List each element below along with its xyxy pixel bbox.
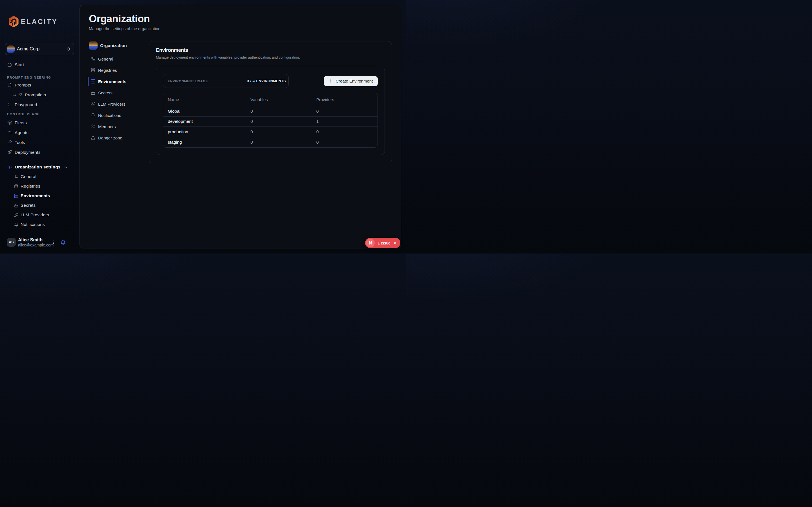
sidebar-item-start[interactable]: Start [0,60,80,69]
table-row[interactable]: development 0 1 [163,117,377,127]
sidebar-item-label: Promptlets [25,93,46,98]
subnav-org-header: Organization [89,41,149,50]
sidebar-nav: Start PROMPT ENGINEERING Prompts Promptl… [0,60,80,229]
sidebar-item-fleets[interactable]: Fleets [0,118,80,128]
org-avatar [89,41,98,50]
lock-icon [14,203,18,208]
active-indicator [88,77,89,86]
cell-variables: 0 [246,119,312,124]
sidebar-item-prompts[interactable]: Prompts [0,80,80,90]
environments-table: Name Variables Providers Global 0 0 deve… [163,93,378,148]
user-name: Alice Smith [18,237,52,242]
subnav-item-label: Danger zone [98,135,122,140]
usage-value: 3 / ∞ ENVIRONMENTS [247,79,286,83]
column-header-name: Name [163,97,246,102]
org-switcher[interactable]: Acme Corp [5,43,74,55]
sidebar: ELACITY Acme Corp Start PROMPT ENGINEERI… [0,0,80,253]
sidebar-item-deployments[interactable]: Deployments [0,147,80,157]
rocket-icon [7,150,12,155]
subnav-item-secrets[interactable]: Secrets [89,87,149,98]
table-header-row: Name Variables Providers [163,93,377,106]
subnav-item-label: Secrets [98,91,112,95]
users-icon [91,124,95,129]
sidebar-item-label: Prompts [15,82,31,88]
bell-icon [91,113,95,118]
sidebar-item-label: Deployments [15,150,41,155]
sidebar-item-settings-environments[interactable]: Environments [0,191,80,201]
puzzle-icon [18,93,22,97]
issues-toast[interactable]: N 1 Issue [365,238,400,248]
sidebar-item-settings-general[interactable]: General [0,172,80,181]
settings-content: Organization General Registries Env [89,41,392,163]
sliders-icon [91,56,95,61]
sidebar-item-organization-settings[interactable]: Organization settings [0,162,80,172]
layers-icon [7,120,12,125]
sidebar-item-settings-registries[interactable]: Registries [0,181,80,191]
sidebar-item-settings-secrets[interactable]: Secrets [0,201,80,210]
subnav-item-danger-zone[interactable]: Danger zone [89,132,149,144]
nav-spacer [0,157,80,162]
usage-toolbar: ENVIRONMENT USAGE 3 / ∞ ENVIRONMENTS Cre… [163,74,378,88]
cell-name: Global [163,109,246,114]
chevrons-up-down-icon [66,47,71,51]
sidebar-item-settings-llm-providers[interactable]: LLM Providers [0,210,80,220]
notifications-bell-icon[interactable] [60,240,66,245]
database-icon [14,184,18,189]
subnav-item-notifications[interactable]: Notifications [89,110,149,121]
triangle-alert-icon [91,135,95,140]
sidebar-section-control-plane: CONTROL PLANE [0,112,80,117]
org-avatar [7,45,15,53]
cell-providers: 0 [312,129,377,134]
settings-subnav: Organization General Registries Env [89,41,149,163]
brand-name: ELACITY [21,18,58,25]
sidebar-item-label: Organization settings [15,165,61,170]
subnav-item-registries[interactable]: Registries [89,64,149,76]
panel-title: Environments [156,47,385,53]
subnav-item-general[interactable]: General [89,53,149,64]
usage-label: ENVIRONMENT USAGE [168,79,208,83]
user-card[interactable]: AS Alice Smith alice@example.com [0,238,80,247]
sidebar-item-label: Agents [15,130,29,135]
table-row[interactable]: staging 0 0 [163,137,377,148]
subnav-item-members[interactable]: Members [89,121,149,132]
file-text-icon [7,82,12,88]
cell-name: production [163,129,246,134]
subnav-item-label: LLM Providers [98,102,125,107]
sidebar-item-label: Start [15,62,24,67]
cell-providers: 0 [312,140,377,145]
subnav-item-label: Notifications [98,113,121,118]
environment-usage-box: ENVIRONMENT USAGE 3 / ∞ ENVIRONMENTS [163,74,289,88]
sidebar-item-agents[interactable]: Agents [0,128,80,137]
table-row[interactable]: production 0 0 [163,127,377,137]
bell-icon [14,222,18,227]
database-icon [91,68,95,73]
subnav-item-llm-providers[interactable]: LLM Providers [89,98,149,110]
server-icon [91,79,95,84]
sidebar-item-tools[interactable]: Tools [0,137,80,147]
cell-providers: 0 [312,109,377,114]
plus-icon [328,78,333,83]
lock-icon [91,90,95,95]
create-environment-button[interactable]: Create Environment [324,76,378,86]
user-meta: Alice Smith alice@example.com [18,237,52,247]
gear-icon [7,164,12,170]
cell-name: development [163,119,246,124]
cell-providers: 1 [312,119,377,124]
sidebar-item-playground[interactable]: Playground [0,100,80,110]
subnav-item-label: Environments [98,79,126,84]
key-icon [91,101,95,107]
bot-icon [7,130,12,135]
sidebar-item-settings-notifications[interactable]: Notifications [0,220,80,229]
subnav-item-label: Registries [98,68,117,73]
sidebar-item-promptlets[interactable]: Promptlets [0,90,80,100]
ellipsis-vertical-icon[interactable] [51,240,56,244]
close-icon[interactable] [393,241,397,245]
sidebar-item-label: General [20,174,36,179]
cell-variables: 0 [246,140,312,145]
terminal-icon [7,102,12,107]
sidebar-section-prompt-engineering: PROMPT ENGINEERING [0,75,80,80]
column-header-providers: Providers [312,97,377,102]
sidebar-item-label: Environments [20,193,50,198]
subnav-item-environments[interactable]: Environments [89,76,149,87]
table-row[interactable]: Global 0 0 [163,106,377,117]
